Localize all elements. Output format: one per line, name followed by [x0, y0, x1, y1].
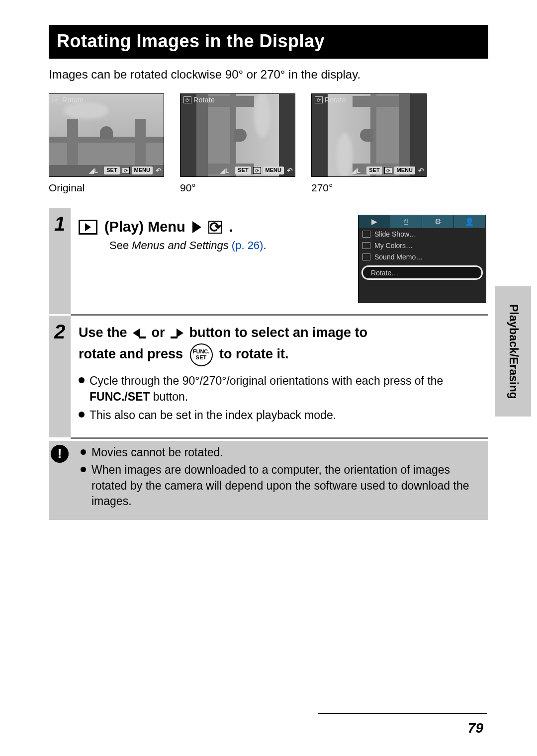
step-1: (Play) Menu ⟳ . See Menus and Settings (…	[71, 208, 488, 314]
camera-screen: ⟳ Rotate ◢L SET ⟳ MENU ↶	[180, 93, 295, 177]
note-item: When images are downloaded to a computer…	[81, 462, 483, 509]
menu-tab: ▶	[358, 215, 390, 228]
menu-item-icon	[362, 242, 370, 249]
example-caption: Original	[49, 182, 164, 194]
quality-marker: ◢L	[220, 167, 229, 174]
menu-screenshot: ▶ ⎙ ⚙ 👤 Slide Show… My Colors… Sound Mem…	[358, 215, 486, 303]
menu-badge: MENU	[394, 167, 415, 174]
rotate-label: ⟳ Rotate	[52, 96, 84, 104]
example-90: ⟳ Rotate ◢L SET ⟳ MENU ↶ 90°	[180, 93, 295, 194]
rotate-icon: ⟳	[52, 96, 60, 103]
example-caption: 90°	[180, 182, 295, 194]
rotate-icon: ⟳	[122, 167, 130, 174]
play-menu-text: (Play) Menu	[104, 219, 185, 235]
menu-tab: 👤	[454, 215, 486, 228]
menu-badge: MENU	[132, 167, 153, 174]
back-icon: ↶	[156, 167, 162, 174]
page-number-rule	[318, 713, 487, 714]
example-caption: 270°	[311, 182, 427, 194]
quality-marker: ◢L	[352, 167, 360, 174]
quality-marker: ◢L	[89, 167, 98, 174]
note-box: ! Movies cannot be rotated. When images …	[49, 441, 488, 520]
play-icon	[79, 220, 97, 235]
menu-tabs: ▶ ⎙ ⚙ 👤	[358, 215, 486, 228]
set-badge: SET	[104, 167, 119, 174]
rotate-icon: ⟳	[253, 167, 261, 174]
set-badge: SET	[366, 167, 382, 174]
bullet: Cycle through the 90°/270°/original orie…	[79, 373, 486, 405]
badges: SET ⟳ MENU ↶	[104, 167, 162, 174]
step2-heading: Use the or button to select an image to …	[79, 323, 486, 366]
section-tab: Playback/Erasing	[495, 286, 531, 417]
rotate-icon: ⟳	[183, 96, 191, 103]
set-badge: SET	[235, 167, 251, 174]
menu-tab: ⚙	[422, 215, 454, 228]
warning-icon: !	[51, 445, 69, 463]
badges: SET ⟳ MENU ↶	[235, 167, 293, 174]
badges: SET ⟳ MENU ↶	[366, 167, 424, 174]
page-number: 79	[468, 720, 483, 736]
steps: 1 (Play) Menu ⟳ . See Menus and Settings…	[49, 208, 488, 439]
camera-screen: ⟳ Rotate ◢L SET ⟳ MENU ↶	[311, 93, 427, 177]
rotate-menu-icon: ⟳	[208, 221, 222, 234]
step-number: 2	[49, 316, 71, 437]
rotate-icon: ⟳	[384, 167, 392, 174]
period: .	[229, 219, 233, 235]
menu-item-rotate: Rotate…	[361, 265, 483, 280]
page-title: Rotating Images in the Display	[49, 25, 488, 59]
divider	[71, 437, 488, 439]
step-number: 1	[49, 208, 71, 314]
note-item: Movies cannot be rotated.	[81, 445, 483, 460]
menu-tab: ⎙	[390, 215, 422, 228]
arrow-left-icon	[133, 329, 146, 338]
arrow-right-icon	[171, 329, 183, 338]
step-2: Use the or button to select an image to …	[71, 316, 488, 437]
step2-bullets: Cycle through the 90°/270°/original orie…	[79, 373, 486, 423]
func-set-icon: FUNC.SET	[190, 343, 213, 366]
camera-screen: ⟳ Rotate ◢L SET ⟳ MENU ↶	[49, 93, 164, 177]
rotate-icon: ⟳	[315, 96, 323, 103]
menu-item-icon	[362, 253, 370, 260]
rotate-label: ⟳ Rotate	[183, 96, 215, 104]
rotate-label: ⟳ Rotate	[315, 96, 346, 104]
menu-item-icon	[362, 231, 370, 238]
step1-heading: (Play) Menu ⟳ .	[79, 219, 343, 235]
menu-item: Slide Show…	[358, 228, 486, 240]
example-row: ⟳ Rotate ◢L SET ⟳ MENU ↶ Original	[49, 93, 488, 194]
manual-page: Rotating Images in the Display Images ca…	[0, 0, 537, 756]
example-270: ⟳ Rotate ◢L SET ⟳ MENU ↶ 270°	[311, 93, 427, 194]
section-tab-text: Playback/Erasing	[507, 304, 520, 399]
arrow-right-icon	[192, 221, 201, 233]
back-icon: ↶	[287, 167, 293, 174]
intro-text: Images can be rotated clockwise 90° or 2…	[49, 68, 488, 82]
back-icon: ↶	[418, 167, 424, 174]
step1-subtext: See Menus and Settings (p. 26).	[109, 239, 343, 252]
menu-item: Sound Memo…	[358, 251, 486, 262]
example-original: ⟳ Rotate ◢L SET ⟳ MENU ↶ Original	[49, 93, 164, 194]
menu-item: My Colors…	[358, 240, 486, 251]
page-link[interactable]: (p. 26)	[229, 239, 264, 252]
menu-badge: MENU	[263, 167, 284, 174]
bullet: This also can be set in the index playba…	[79, 408, 486, 423]
